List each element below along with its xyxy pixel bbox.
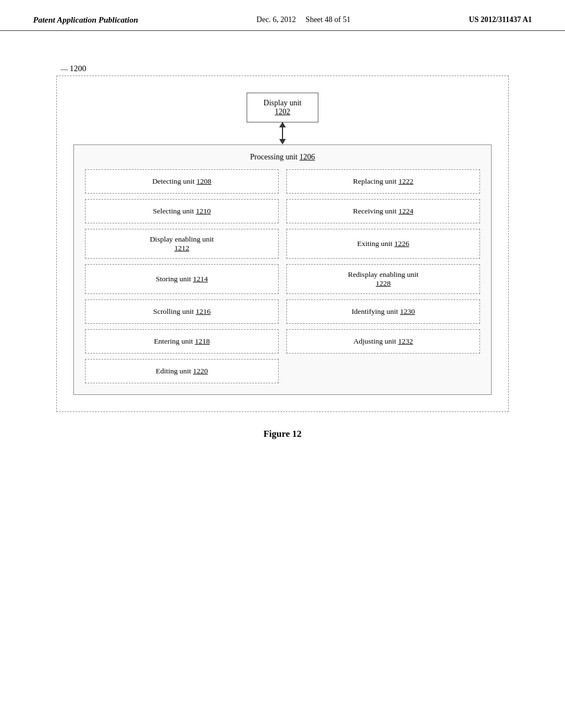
adjusting-unit-label: Adjusting unit 1232 [353, 337, 413, 346]
display-enabling-unit-label: Display enabling unit1212 [150, 235, 214, 253]
exiting-unit-label: Exiting unit 1226 [357, 239, 409, 248]
replacing-unit-box: Replacing unit 1222 [286, 169, 480, 194]
editing-unit-box: Editing unit 1220 [85, 359, 279, 383]
receiving-unit-box: Receiving unit 1224 [286, 199, 480, 223]
entering-unit-label: Entering unit 1218 [154, 337, 210, 346]
patent-number: US 2012/311437 A1 [469, 15, 532, 24]
redisplay-enabling-unit-label: Redisplay enabling unit1228 [348, 270, 418, 288]
publication-title: Patent Application Publication [33, 15, 138, 25]
scrolling-unit-box: Scrolling unit 1216 [85, 299, 279, 324]
bidirectional-arrow [73, 122, 492, 144]
replacing-unit-label: Replacing unit 1222 [353, 177, 413, 186]
display-unit-box: Display unit 1202 [247, 93, 319, 122]
display-unit-container: Display unit 1202 [73, 93, 492, 122]
diagram-area: — 1200 Display unit 1202 Processing unit… [0, 31, 565, 462]
display-unit-number: 1202 [275, 108, 290, 116]
header-sheet: Sheet 48 of 51 [306, 15, 350, 24]
processing-unit-title: Processing unit 1206 [85, 153, 480, 162]
display-enabling-unit-box: Display enabling unit1212 [85, 229, 279, 259]
outer-box: Display unit 1202 Processing unit 1206 D… [56, 76, 509, 412]
main-label: — 1200 [61, 64, 86, 73]
storing-unit-box: Storing unit 1214 [85, 264, 279, 294]
units-grid: Detecting unit 1208 Replacing unit 1222 … [85, 169, 480, 383]
scrolling-unit-label: Scrolling unit 1216 [153, 307, 210, 316]
identifying-unit-label: Identifying unit 1230 [351, 307, 415, 316]
storing-unit-label: Storing unit 1214 [156, 275, 208, 283]
page-header: Patent Application Publication Dec. 6, 2… [0, 0, 565, 31]
header-center: Dec. 6, 2012 Sheet 48 of 51 [257, 15, 350, 24]
exiting-unit-box: Exiting unit 1226 [286, 229, 480, 259]
detecting-unit-box: Detecting unit 1208 [85, 169, 279, 194]
header-date: Dec. 6, 2012 [257, 15, 296, 24]
receiving-unit-label: Receiving unit 1224 [353, 207, 413, 216]
arrow-line [282, 122, 283, 139]
entering-unit-box: Entering unit 1218 [85, 329, 279, 354]
redisplay-enabling-unit-box: Redisplay enabling unit1228 [286, 264, 480, 294]
processing-box: Processing unit 1206 Detecting unit 1208… [73, 144, 492, 395]
editing-unit-label: Editing unit 1220 [156, 367, 208, 376]
identifying-unit-box: Identifying unit 1230 [286, 299, 480, 324]
selecting-unit-box: Selecting unit 1210 [85, 199, 279, 223]
selecting-unit-label: Selecting unit 1210 [153, 207, 211, 216]
adjusting-unit-box: Adjusting unit 1232 [286, 329, 480, 354]
detecting-unit-label: Detecting unit 1208 [152, 177, 211, 186]
figure-label: Figure 12 [263, 429, 301, 440]
arrow-down-icon [279, 139, 286, 144]
display-unit-label: Display unit [264, 99, 302, 107]
